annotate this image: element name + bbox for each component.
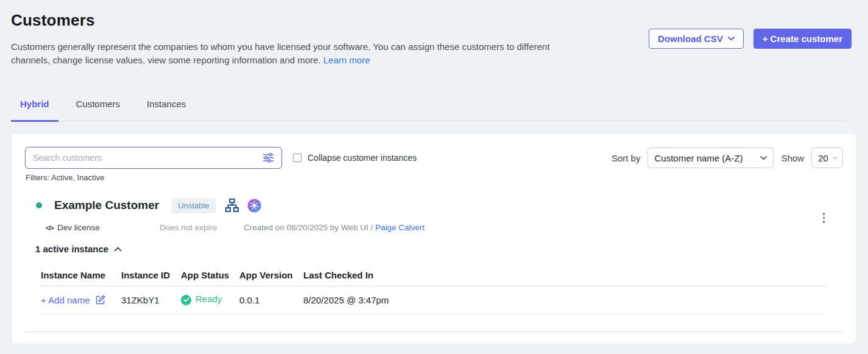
page-description: Customers generally represent the compan…: [11, 40, 608, 67]
col-instance-name: Instance Name: [41, 270, 121, 280]
created-info: Created on 08/20/2025 by Web UI / Paige …: [244, 223, 425, 232]
col-app-version: App Version: [239, 270, 303, 280]
created-prefix: Created on 08/20/2025 by Web UI /: [244, 223, 375, 232]
table-row: + Add name 31ZKbY1 Ready 0.0.1: [41, 286, 826, 314]
table-header-row: Instance Name Instance ID App Status App…: [41, 270, 826, 286]
tab-customers[interactable]: Customers: [67, 99, 130, 121]
learn-more-link[interactable]: Learn more: [323, 55, 370, 65]
sliders-icon[interactable]: [263, 152, 274, 163]
create-customer-label: + Create customer: [763, 34, 842, 44]
check-circle-icon: [181, 295, 191, 305]
active-status-dot: [36, 202, 42, 208]
channel-badge: Unstable: [171, 198, 216, 213]
collapse-instances-control[interactable]: Collapse customer instances: [293, 153, 417, 163]
customer-header-row: Example Customer Unstable: [36, 197, 832, 214]
sort-select[interactable]: Customer name (A-Z): [647, 147, 774, 168]
code-icon: </>: [46, 224, 54, 232]
chevron-up-icon: [114, 247, 122, 252]
app-version-cell: 0.0.1: [239, 295, 303, 305]
chevron-down-icon: [728, 37, 735, 41]
search-box: [25, 147, 282, 169]
instance-name-cell: + Add name: [41, 294, 121, 305]
download-csv-button[interactable]: Download CSV: [649, 29, 744, 49]
instances-toggle[interactable]: 1 active instance: [35, 244, 122, 254]
app-status-text: Ready: [196, 294, 222, 304]
add-name-link[interactable]: + Add name: [41, 295, 90, 305]
create-customer-button[interactable]: + Create customer: [753, 29, 852, 49]
search-input[interactable]: [33, 153, 258, 163]
header-actions: Download CSV + Create customer: [649, 29, 852, 49]
customer-type-icons: [224, 197, 261, 213]
toolbar-right: Sort by Customer name (A-Z) Show 20: [612, 147, 843, 168]
app-status-cell: Ready: [181, 295, 239, 305]
sort-select-value: Customer name (A-Z): [654, 153, 743, 163]
customer-name[interactable]: Example Customer: [54, 199, 159, 212]
kubernetes-icon: [247, 199, 261, 213]
card-bottom-divider: [25, 331, 843, 332]
col-instance-id: Instance ID: [121, 270, 181, 280]
show-select[interactable]: 20: [811, 147, 843, 168]
created-by-link[interactable]: Paige Calvert: [375, 223, 425, 232]
tab-hybrid[interactable]: Hybrid: [11, 99, 58, 122]
license-row: </> Dev license Does not expire Created …: [12, 223, 832, 235]
tab-instances[interactable]: Instances: [138, 99, 195, 121]
last-checked-in-cell: 8/20/2025 @ 3:47pm: [303, 295, 826, 305]
card-toolbar: Collapse customer instances Sort by Cust…: [25, 147, 843, 169]
download-csv-label: Download CSV: [658, 34, 723, 44]
customers-page: Customers Customers generally represent …: [0, 0, 868, 354]
col-last-checked-in: Last Checked In: [303, 270, 826, 280]
instances-table: Instance Name Instance ID App Status App…: [41, 270, 826, 314]
page-description-line2: channels, change license values, view so…: [11, 55, 321, 65]
tab-bar: Hybrid Customers Instances: [11, 99, 849, 121]
show-select-value: 20: [818, 153, 828, 163]
show-label: Show: [781, 153, 804, 163]
license-type: </> Dev license: [46, 223, 100, 232]
page-title: Customers: [11, 11, 95, 30]
col-app-status: App Status: [181, 270, 239, 280]
sort-by-label: Sort by: [612, 153, 641, 163]
collapse-instances-label: Collapse customer instances: [308, 153, 417, 163]
sitemap-icon: [224, 197, 240, 213]
license-type-label: Dev license: [57, 223, 100, 232]
active-filters-text: Filters: Active, Inactive: [26, 173, 104, 182]
instance-id-cell: 31ZKbY1: [121, 295, 181, 305]
chevron-down-icon: [833, 156, 836, 160]
page-description-line1: Customers generally represent the compan…: [11, 41, 549, 52]
instances-summary: 1 active instance: [35, 244, 108, 254]
license-expiry: Does not expire: [160, 223, 217, 232]
customers-card: Collapse customer instances Sort by Cust…: [11, 133, 857, 344]
toolbar-left: Collapse customer instances: [25, 147, 417, 169]
chevron-down-icon: [760, 156, 767, 160]
collapse-instances-checkbox[interactable]: [293, 154, 302, 162]
edit-icon[interactable]: [95, 294, 106, 305]
